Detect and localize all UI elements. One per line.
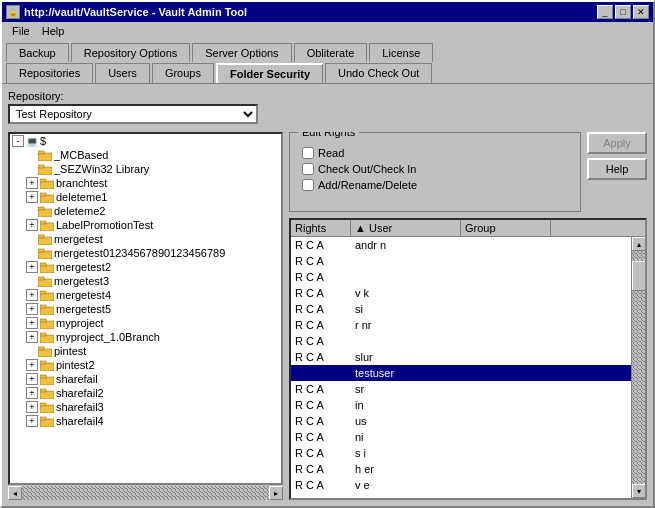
list-item[interactable]: pintest: [10, 344, 281, 358]
table-row[interactable]: R C A us: [291, 413, 631, 429]
expander[interactable]: +: [26, 261, 38, 273]
expander[interactable]: +: [26, 317, 38, 329]
add-checkbox[interactable]: [302, 179, 314, 191]
table-row[interactable]: R C A in: [291, 397, 631, 413]
help-button[interactable]: Help: [587, 158, 647, 180]
table-row[interactable]: R C A h er: [291, 461, 631, 477]
close-button[interactable]: ✕: [633, 5, 649, 19]
main-window: 🔒 http://vault/VaultService - Vault Admi…: [0, 0, 655, 508]
list-item[interactable]: + sharefail2: [10, 386, 281, 400]
list-item[interactable]: + sharefail3: [10, 400, 281, 414]
expander[interactable]: +: [26, 331, 38, 343]
menu-help[interactable]: Help: [36, 24, 71, 38]
checkout-label: Check Out/Check In: [318, 163, 416, 175]
cell-rights: R C A: [291, 398, 351, 412]
list-item[interactable]: + sharefail: [10, 372, 281, 386]
tab-repositories[interactable]: Repositories: [6, 63, 93, 83]
tab-backup[interactable]: Backup: [6, 43, 69, 62]
tab-license[interactable]: License: [369, 43, 433, 62]
tree-root[interactable]: - 💻 $: [10, 134, 281, 148]
tab-folder-security[interactable]: Folder Security: [216, 63, 323, 83]
header-group[interactable]: Group: [461, 220, 551, 236]
cell-rights: R C A: [291, 430, 351, 444]
maximize-button[interactable]: □: [615, 5, 631, 19]
vscroll-down-button[interactable]: ▾: [632, 484, 646, 498]
edit-rights-box: Edit Rights Read Check Out/Check In: [289, 132, 581, 212]
list-item[interactable]: + mergetest5: [10, 302, 281, 316]
table-row[interactable]: R C A r nr: [291, 317, 631, 333]
table-row[interactable]: R C A slur: [291, 349, 631, 365]
expander[interactable]: +: [26, 415, 38, 427]
left-panel: - 💻 $ _MCBased _SEZWin32 Library +: [8, 132, 283, 500]
vscroll-up-button[interactable]: ▴: [632, 237, 646, 251]
table-row[interactable]: R C A andr n: [291, 237, 631, 253]
list-item[interactable]: _MCBased: [10, 148, 281, 162]
list-item[interactable]: deleteme2: [10, 204, 281, 218]
table-row[interactable]: R C A v e: [291, 477, 631, 493]
repository-label: Repository:: [8, 90, 647, 102]
expander[interactable]: +: [26, 303, 38, 315]
table-row[interactable]: R C A: [291, 269, 631, 285]
list-item[interactable]: + deleteme1: [10, 190, 281, 204]
expander[interactable]: +: [26, 387, 38, 399]
read-checkbox[interactable]: [302, 147, 314, 159]
list-item[interactable]: + myproject: [10, 316, 281, 330]
expander[interactable]: +: [26, 359, 38, 371]
hscroll-left-button[interactable]: ◂: [8, 486, 22, 500]
list-item[interactable]: + pintest2: [10, 358, 281, 372]
vscroll-thumb[interactable]: [632, 261, 646, 291]
hscroll-track[interactable]: [22, 486, 269, 500]
expander[interactable]: +: [26, 219, 38, 231]
list-item[interactable]: mergetest01234567890123456789: [10, 246, 281, 260]
apply-button[interactable]: Apply: [587, 132, 647, 154]
table-row[interactable]: R C A: [291, 253, 631, 269]
cell-group: [461, 254, 551, 268]
table-row[interactable]: R C A s i: [291, 445, 631, 461]
expander[interactable]: +: [26, 401, 38, 413]
svg-rect-37: [40, 403, 46, 406]
tab-server-options[interactable]: Server Options: [192, 43, 291, 62]
rights-rows[interactable]: R C A andr n R C A R C A: [291, 237, 631, 498]
list-item[interactable]: _SEZWin32 Library: [10, 162, 281, 176]
checkout-checkbox[interactable]: [302, 163, 314, 175]
cell-rights: R C A: [291, 270, 351, 284]
menu-file[interactable]: File: [6, 24, 36, 38]
list-item[interactable]: + LabelPromotionTest: [10, 218, 281, 232]
list-item[interactable]: mergetest3: [10, 274, 281, 288]
cell-group: [461, 478, 551, 492]
list-item[interactable]: + mergetest2: [10, 260, 281, 274]
tab-obliterate[interactable]: Obliterate: [294, 43, 368, 62]
table-row[interactable]: R C A v k: [291, 285, 631, 301]
list-item[interactable]: mergetest: [10, 232, 281, 246]
cell-group: [461, 382, 551, 396]
tab-repository-options[interactable]: Repository Options: [71, 43, 191, 62]
root-expander[interactable]: -: [12, 135, 24, 147]
expander[interactable]: +: [26, 177, 38, 189]
list-item[interactable]: + branchtest: [10, 176, 281, 190]
tab-undo-check-out[interactable]: Undo Check Out: [325, 63, 432, 83]
table-row[interactable]: R C A sr: [291, 381, 631, 397]
table-row[interactable]: R C A: [291, 333, 631, 349]
header-user[interactable]: ▲ User: [351, 220, 461, 236]
expander[interactable]: +: [26, 289, 38, 301]
folder-icon: [40, 360, 54, 371]
table-row[interactable]: R C A ni: [291, 429, 631, 445]
tab-groups[interactable]: Groups: [152, 63, 214, 83]
list-item[interactable]: + myproject_1.0Branch: [10, 330, 281, 344]
cell-rights: [291, 366, 351, 380]
folder-tree[interactable]: - 💻 $ _MCBased _SEZWin32 Library +: [8, 132, 283, 485]
list-item[interactable]: + mergetest4: [10, 288, 281, 302]
expander[interactable]: +: [26, 373, 38, 385]
minimize-button[interactable]: _: [597, 5, 613, 19]
svg-rect-7: [40, 193, 46, 196]
tab-users[interactable]: Users: [95, 63, 150, 83]
vscroll-track[interactable]: [632, 251, 646, 484]
repository-select[interactable]: Test Repository: [8, 104, 258, 124]
hscroll-right-button[interactable]: ▸: [269, 486, 283, 500]
expander[interactable]: +: [26, 191, 38, 203]
header-rights[interactable]: Rights: [291, 220, 351, 236]
window-controls: _ □ ✕: [597, 5, 649, 19]
list-item[interactable]: + sharefail4: [10, 414, 281, 428]
table-row[interactable]: R C A si: [291, 301, 631, 317]
table-row[interactable]: testuser: [291, 365, 631, 381]
